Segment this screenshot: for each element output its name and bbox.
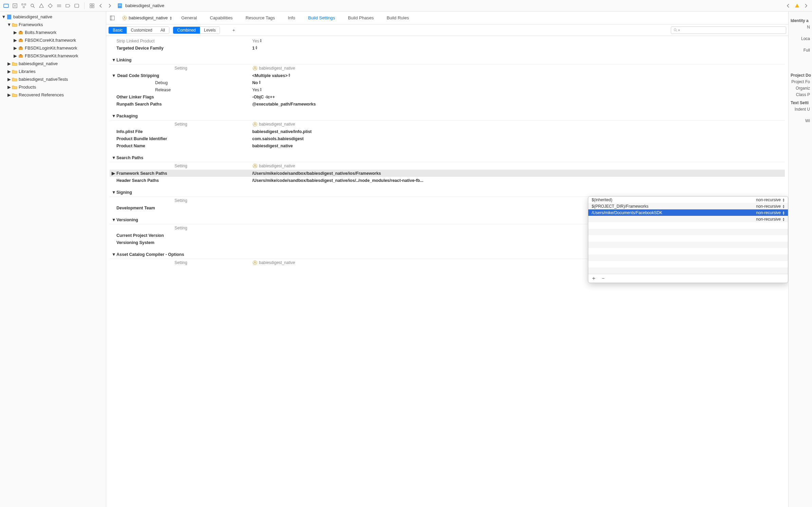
seg-customized[interactable]: Customized <box>127 27 156 34</box>
seg-basic[interactable]: Basic <box>109 27 127 34</box>
tab-info[interactable]: Info <box>284 12 299 24</box>
search-input[interactable]: ▾ <box>671 26 786 34</box>
setting-key[interactable]: Strip Linked Product <box>110 39 252 43</box>
framework-item[interactable]: ▶ FBSDKCoreKit.framework <box>0 36 106 44</box>
add-path-button[interactable]: ＋ <box>591 275 596 282</box>
breakpoint-icon[interactable] <box>64 2 71 9</box>
setting-key[interactable]: Development Team <box>110 206 252 210</box>
disclosure-triangle-icon[interactable]: ▶ <box>14 46 17 50</box>
project-root[interactable]: ▼ babiesdigest_native <box>0 13 106 21</box>
warning-icon[interactable] <box>38 2 45 9</box>
disclosure-triangle-icon[interactable]: ▼ <box>7 23 11 26</box>
path-value[interactable]: $(inherited) <box>592 198 751 202</box>
build-settings-table[interactable]: Strip Linked Product Yes▴▾ Targeted Devi… <box>106 36 788 507</box>
folder-item[interactable]: ▶ Products <box>0 83 106 91</box>
recurse-select[interactable]: non-recursive▴▾ <box>751 198 785 202</box>
setting-value[interactable]: Yes▴▾ <box>252 87 785 92</box>
report-icon[interactable] <box>73 2 80 9</box>
path-row[interactable]: /Users/mike/Documents/FacebookSDK non-re… <box>588 209 788 216</box>
folder-item[interactable]: ▶ babiesdigest_nativeTests <box>0 75 106 83</box>
setting-key[interactable]: Other Linker Flags <box>110 95 252 99</box>
setting-value[interactable]: 1▴▾ <box>252 45 785 51</box>
prev-issue-icon[interactable] <box>785 2 792 9</box>
folder-icon[interactable] <box>3 2 10 9</box>
setting-value[interactable]: babiesdigest_native <box>252 144 785 148</box>
forward-icon[interactable] <box>106 2 113 9</box>
path-row-empty[interactable] <box>588 235 788 242</box>
frameworks-group[interactable]: ▼ Frameworks <box>0 21 106 29</box>
target-list-icon[interactable] <box>109 15 116 21</box>
test-icon[interactable] <box>47 2 54 9</box>
level-segmented[interactable]: Combined Levels <box>173 26 220 34</box>
path-row-empty[interactable] <box>588 229 788 235</box>
setting-key[interactable]: Header Search Paths <box>110 178 252 183</box>
framework-item[interactable]: ▶ FBSDKLoginKit.framework <box>0 44 106 52</box>
tab-build-rules[interactable]: Build Rules <box>383 12 412 24</box>
related-items-icon[interactable] <box>89 2 95 9</box>
setting-key[interactable]: Product Name <box>110 144 252 148</box>
symbol-nav-icon[interactable] <box>12 2 18 9</box>
setting-value[interactable]: /Users/mike/code/sandbox/babiesdigest_na… <box>252 178 785 183</box>
setting-key[interactable]: ▼Dead Code Stripping <box>110 73 252 78</box>
setting-key[interactable]: Release <box>110 88 252 92</box>
recurse-select[interactable]: non-recursive▴▾ <box>751 204 785 209</box>
remove-path-button[interactable]: － <box>601 275 606 282</box>
back-icon[interactable] <box>97 2 104 9</box>
path-value[interactable]: /Users/mike/Documents/FacebookSDK <box>592 210 751 215</box>
jump-bar[interactable]: babiesdigest_native <box>117 3 164 8</box>
folder-item[interactable]: ▶ babiesdigest_native <box>0 60 106 68</box>
tab-capabilities[interactable]: Capabilities <box>206 12 236 24</box>
disclosure-triangle-icon[interactable]: ▶ <box>7 78 11 81</box>
disclosure-triangle-icon[interactable]: ▼ <box>2 15 5 19</box>
recurse-select[interactable]: non-recursive▴▾ <box>751 217 785 222</box>
disclosure-triangle-icon[interactable]: ▶ <box>7 70 11 73</box>
section-linking[interactable]: ▼Linking <box>110 56 785 64</box>
disclosure-triangle-icon[interactable]: ▶ <box>7 86 11 89</box>
target-select[interactable]: babiesdigest_native ▴▾ <box>122 15 172 21</box>
path-row-empty[interactable] <box>588 261 788 267</box>
add-setting-icon[interactable]: ＋ <box>230 27 237 34</box>
path-row-empty[interactable] <box>588 267 788 274</box>
setting-value[interactable]: -ObjC -lc++ <box>252 95 785 99</box>
setting-value[interactable]: babiesdigest_native/Info.plist <box>252 129 785 134</box>
next-issue-icon[interactable] <box>802 2 809 9</box>
path-row[interactable]: non-recursive▴▾ <box>588 216 788 222</box>
setting-value[interactable]: Yes▴▾ <box>252 38 785 43</box>
tab-build-settings[interactable]: Build Settings <box>305 12 339 24</box>
path-row-empty[interactable] <box>588 222 788 229</box>
folder-item[interactable]: ▶ Recovered References <box>0 91 106 99</box>
disclosure-triangle-icon[interactable]: ▶ <box>14 31 17 34</box>
tab-general[interactable]: General <box>178 12 200 24</box>
path-row[interactable]: $(inherited) non-recursive▴▾ <box>588 196 788 203</box>
setting-key[interactable]: Current Project Version <box>110 233 252 238</box>
setting-key[interactable]: Product Bundle Identifier <box>110 136 252 141</box>
setting-value[interactable]: No▴▾ <box>252 80 785 85</box>
scope-segmented[interactable]: Basic Customized All <box>108 26 169 34</box>
disclosure-triangle-icon[interactable]: ▶ <box>14 54 17 58</box>
disclosure-triangle-icon[interactable]: ▶ <box>7 93 11 97</box>
seg-all[interactable]: All <box>156 27 169 34</box>
search-icon[interactable] <box>29 2 36 9</box>
seg-levels[interactable]: Levels <box>200 27 220 34</box>
setting-key[interactable]: Info.plist File <box>110 129 252 134</box>
setting-value[interactable]: /Users/mike/code/sandbox/babiesdigest_na… <box>252 171 785 176</box>
section-signing[interactable]: ▼Signing <box>110 188 785 197</box>
path-row-empty[interactable] <box>588 248 788 255</box>
tab-build-phases[interactable]: Build Phases <box>345 12 377 24</box>
disclosure-triangle-icon[interactable]: ▶ <box>7 62 11 65</box>
section-search-paths[interactable]: ▼Search Paths <box>110 153 785 162</box>
disclosure-triangle-icon[interactable]: ▶ <box>14 39 17 42</box>
recurse-select[interactable]: non-recursive▴▾ <box>751 210 785 215</box>
setting-value[interactable]: <Multiple values>▴▾ <box>252 73 785 78</box>
path-value[interactable]: $(PROJECT_DIR)/Frameworks <box>592 204 751 209</box>
hierarchy-icon[interactable] <box>20 2 27 9</box>
seg-combined[interactable]: Combined <box>173 27 200 34</box>
chevron-down-icon[interactable]: ▾ <box>678 29 680 32</box>
debug-icon[interactable] <box>56 2 62 9</box>
setting-key[interactable]: Targeted Device Family <box>110 46 252 51</box>
issue-warning-icon[interactable] <box>794 2 800 9</box>
path-row[interactable]: $(PROJECT_DIR)/Frameworks non-recursive▴… <box>588 203 788 209</box>
path-row-empty[interactable] <box>588 242 788 248</box>
section-packaging[interactable]: ▼Packaging <box>110 112 785 120</box>
setting-key[interactable]: Versioning System <box>110 240 252 245</box>
